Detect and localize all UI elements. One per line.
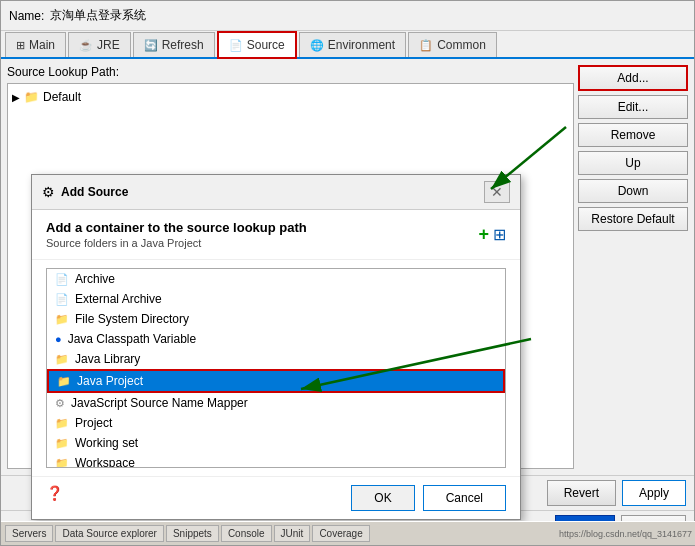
taskbar: Servers Data Source explorer Snippets Co… bbox=[1, 521, 695, 545]
taskbar-servers[interactable]: Servers bbox=[5, 525, 53, 542]
list-item-classpath-label: Java Classpath Variable bbox=[68, 332, 197, 346]
tree-item-label: Default bbox=[43, 90, 81, 104]
add-button[interactable]: Add... bbox=[578, 65, 688, 91]
main-icon: ⊞ bbox=[16, 39, 25, 52]
java-library-icon: 📁 bbox=[55, 353, 69, 366]
source-icon: 📄 bbox=[229, 39, 243, 52]
ext-archive-icon: 📄 bbox=[55, 293, 69, 306]
edit-button[interactable]: Edit... bbox=[578, 95, 688, 119]
js-mapper-icon: ⚙ bbox=[55, 397, 65, 410]
modal-header: Add a container to the source lookup pat… bbox=[32, 210, 520, 260]
list-item-project-label: Project bbox=[75, 416, 112, 430]
taskbar-junit[interactable]: JUnit bbox=[274, 525, 311, 542]
apply-button[interactable]: Apply bbox=[622, 480, 686, 506]
modal-body: 📄 Archive 📄 External Archive 📁 File Syst… bbox=[32, 260, 520, 476]
working-set-icon: 📁 bbox=[55, 437, 69, 450]
content-area: Source Lookup Path: ▶ 📁 Default Add... E… bbox=[1, 59, 694, 475]
tab-source-label: Source bbox=[247, 38, 285, 52]
remove-button[interactable]: Remove bbox=[578, 123, 688, 147]
list-item-java-project-label: Java Project bbox=[77, 374, 143, 388]
restore-default-button[interactable]: Restore Default bbox=[578, 207, 688, 231]
source-lookup-label: Source Lookup Path: bbox=[7, 65, 574, 79]
up-button[interactable]: Up bbox=[578, 151, 688, 175]
main-window: Name: 京淘单点登录系统 ⊞ Main ☕ JRE 🔄 Refresh 📄 … bbox=[0, 0, 695, 546]
java-project-icon: 📁 bbox=[57, 375, 71, 388]
list-item-java-library[interactable]: 📁 Java Library bbox=[47, 349, 505, 369]
tab-environment[interactable]: 🌐 Environment bbox=[299, 32, 406, 57]
tree-item-default: ▶ 📁 Default bbox=[12, 88, 569, 106]
tab-environment-label: Environment bbox=[328, 38, 395, 52]
folder-icon: 📁 bbox=[24, 90, 39, 104]
classpath-icon: ● bbox=[55, 333, 62, 345]
list-item-workspace-label: Workspace bbox=[75, 456, 135, 468]
fs-dir-icon: 📁 bbox=[55, 313, 69, 326]
tab-main[interactable]: ⊞ Main bbox=[5, 32, 66, 57]
modal-close-button[interactable]: ✕ bbox=[484, 181, 510, 203]
list-item-workspace[interactable]: 📁 Workspace bbox=[47, 453, 505, 468]
revert-button[interactable]: Revert bbox=[547, 480, 616, 506]
item-list: 📄 Archive 📄 External Archive 📁 File Syst… bbox=[46, 268, 506, 468]
modal-dialog: ⚙ Add Source ✕ Add a container to the so… bbox=[31, 174, 521, 520]
modal-title-bar: ⚙ Add Source ✕ bbox=[32, 175, 520, 210]
tab-refresh-label: Refresh bbox=[162, 38, 204, 52]
list-item-java-library-label: Java Library bbox=[75, 352, 140, 366]
list-item-archive-label: Archive bbox=[75, 272, 115, 286]
name-value: 京淘单点登录系统 bbox=[50, 7, 146, 24]
tab-jre[interactable]: ☕ JRE bbox=[68, 32, 131, 57]
connect-icon: ⊞ bbox=[493, 225, 506, 244]
workspace-icon: 📁 bbox=[55, 457, 69, 469]
tab-jre-label: JRE bbox=[97, 38, 120, 52]
name-label: Name: bbox=[9, 9, 44, 23]
cancel-button[interactable]: Cancel bbox=[423, 485, 506, 511]
watermark: https://blog.csdn.net/qq_3141677 bbox=[559, 529, 692, 539]
tab-common-label: Common bbox=[437, 38, 486, 52]
list-item-ext-archive-label: External Archive bbox=[75, 292, 162, 306]
list-item-fs-dir[interactable]: 📁 File System Directory bbox=[47, 309, 505, 329]
project-icon: 📁 bbox=[55, 417, 69, 430]
list-item-java-project[interactable]: 📁 Java Project bbox=[47, 369, 505, 393]
down-button[interactable]: Down bbox=[578, 179, 688, 203]
list-item-js-mapper-label: JavaScript Source Name Mapper bbox=[71, 396, 248, 410]
list-item-ext-archive[interactable]: 📄 External Archive bbox=[47, 289, 505, 309]
taskbar-snippets[interactable]: Snippets bbox=[166, 525, 219, 542]
environment-icon: 🌐 bbox=[310, 39, 324, 52]
list-item-js-mapper[interactable]: ⚙ JavaScript Source Name Mapper bbox=[47, 393, 505, 413]
tab-refresh[interactable]: 🔄 Refresh bbox=[133, 32, 215, 57]
archive-icon: 📄 bbox=[55, 273, 69, 286]
list-item-archive[interactable]: 📄 Archive bbox=[47, 269, 505, 289]
ok-button[interactable]: OK bbox=[351, 485, 414, 511]
list-item-working-set[interactable]: 📁 Working set bbox=[47, 433, 505, 453]
tab-bar: ⊞ Main ☕ JRE 🔄 Refresh 📄 Source 🌐 Enviro… bbox=[1, 31, 694, 59]
tab-main-label: Main bbox=[29, 38, 55, 52]
jre-icon: ☕ bbox=[79, 39, 93, 52]
modal-title-text: Add Source bbox=[61, 185, 128, 199]
modal-footer: ❓ OK Cancel bbox=[32, 476, 520, 519]
list-item-project[interactable]: 📁 Project bbox=[47, 413, 505, 433]
tab-source[interactable]: 📄 Source bbox=[217, 31, 297, 59]
refresh-icon: 🔄 bbox=[144, 39, 158, 52]
taskbar-coverage[interactable]: Coverage bbox=[312, 525, 369, 542]
name-bar: Name: 京淘单点登录系统 bbox=[1, 1, 694, 31]
taskbar-datasource[interactable]: Data Source explorer bbox=[55, 525, 164, 542]
modal-header-sub: Source folders in a Java Project bbox=[46, 237, 307, 249]
modal-header-title: Add a container to the source lookup pat… bbox=[46, 220, 307, 235]
help-icon: ❓ bbox=[46, 485, 63, 511]
taskbar-console[interactable]: Console bbox=[221, 525, 272, 542]
tab-common[interactable]: 📋 Common bbox=[408, 32, 497, 57]
list-item-classpath[interactable]: ● Java Classpath Variable bbox=[47, 329, 505, 349]
common-icon: 📋 bbox=[419, 39, 433, 52]
modal-title-icon: ⚙ bbox=[42, 184, 55, 200]
list-item-fs-dir-label: File System Directory bbox=[75, 312, 189, 326]
tree-arrow: ▶ bbox=[12, 92, 20, 103]
plus-icon: + bbox=[478, 224, 489, 245]
right-panel: Add... Edit... Remove Up Down Restore De… bbox=[578, 65, 688, 469]
list-item-working-set-label: Working set bbox=[75, 436, 138, 450]
